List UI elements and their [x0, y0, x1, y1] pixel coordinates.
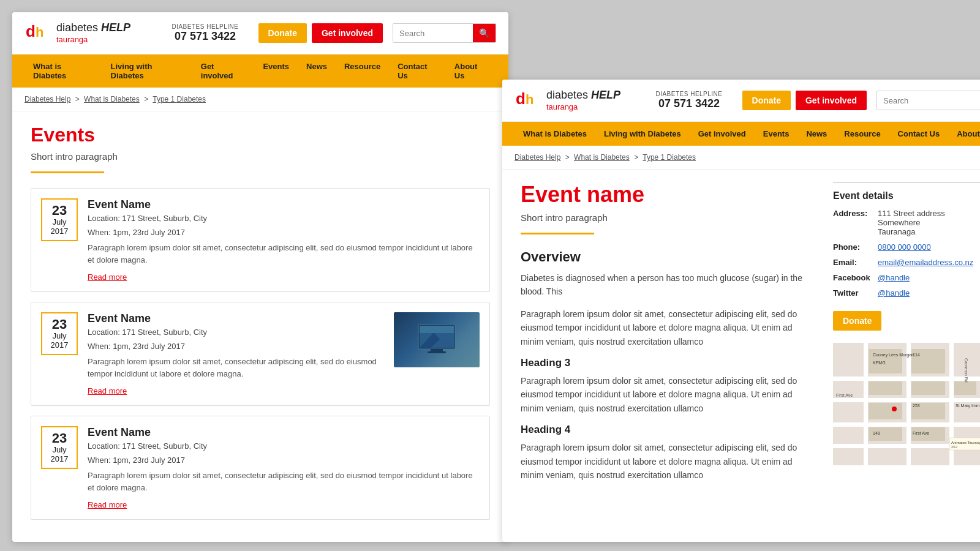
svg-text:d: d — [26, 22, 36, 40]
svg-text:Animates Tauranga: Animates Tauranga — [951, 441, 980, 444]
screen-event-detail: d h diabetes HELP tauranga DIABETES HELP… — [502, 80, 980, 542]
event-location-1: Location: 171 Street, Suburb, City — [88, 214, 480, 223]
svg-text:KPMG: KPMG — [873, 361, 886, 365]
nav2-living-with-diabetes[interactable]: Living with Diabetes — [595, 122, 690, 146]
event-body-1: Event Name Location: 171 Street, Suburb,… — [88, 198, 480, 282]
svg-text:262: 262 — [951, 445, 958, 449]
breadcrumb2-what-is-diabetes[interactable]: What is Diabetes — [574, 153, 630, 162]
donate-button-2[interactable]: Donate — [742, 91, 791, 110]
event-year-3: 2017 — [51, 454, 69, 463]
helpline-label-2: DIABETES HELPLINE — [655, 91, 722, 97]
get-involved-button-2[interactable]: Get involved — [796, 91, 867, 110]
nav-what-is-diabetes[interactable]: What is Diabetes — [24, 54, 102, 88]
event-detail-left: Event name Short intro paragraph Overvie… — [521, 182, 815, 490]
event-day-2: 23 — [52, 318, 67, 331]
event-name-2: Event Name — [88, 312, 384, 325]
event-day-1: 23 — [52, 204, 67, 217]
svg-rect-25 — [869, 381, 902, 395]
brand-sub: tauranga — [56, 35, 130, 45]
overview-heading: Overview — [521, 249, 815, 265]
event-when-1: When: 1pm, 23rd July 2017 — [88, 228, 480, 237]
detail-row-phone: Phone: 0800 000 0000 — [833, 242, 980, 252]
para4: Paragraph lorem ipsum dolor sit amet, co… — [521, 441, 815, 482]
helpline-area-2: DIABETES HELPLINE 07 571 3422 — [655, 91, 722, 110]
twitter-value[interactable]: @handle — [878, 288, 910, 298]
event-date-box-2: 23 July 2017 — [41, 312, 78, 355]
read-more-1[interactable]: Read more — [88, 272, 127, 282]
overview-text1: Diabetes is diagnosed when a person has … — [521, 271, 815, 299]
svg-text:148: 148 — [873, 431, 880, 435]
nav-resource[interactable]: Resource — [336, 54, 389, 78]
overview-text2: Paragraph lorem ipsum dolor sit amet, co… — [521, 307, 815, 348]
event-month-2: July — [52, 331, 66, 340]
breadcrumb2-type1[interactable]: Type 1 Diabetes — [643, 153, 696, 162]
breadcrumb-home[interactable]: Diabetes Help — [24, 95, 70, 103]
nav2-get-involved[interactable]: Get involved — [690, 122, 755, 146]
nav2-events[interactable]: Events — [755, 122, 798, 146]
facebook-value[interactable]: @handle — [878, 273, 910, 282]
event-desc-2: Paragraph lorem ipsum dolor sit amet, co… — [88, 356, 384, 380]
breadcrumb-type1[interactable]: Type 1 Diabetes — [153, 95, 206, 103]
nav2-what-is-diabetes[interactable]: What is Diabetes — [514, 122, 595, 146]
nav2-about-us[interactable]: About Us — [948, 122, 980, 146]
svg-rect-19 — [864, 343, 868, 465]
get-involved-button[interactable]: Get involved — [312, 23, 383, 43]
event-location-3: Location: 171 Street, Suburb, City — [88, 441, 480, 451]
svg-text:114: 114 — [913, 353, 920, 357]
site-nav-2: What is Diabetes Living with Diabetes Ge… — [502, 122, 980, 146]
event-detail-sidebar: Event details Address: 111 Street addres… — [833, 182, 980, 490]
event-details-title: Event details — [833, 190, 980, 201]
sidebar-donate-button[interactable]: Donate — [833, 311, 881, 331]
donate-button[interactable]: Donate — [258, 23, 307, 43]
svg-rect-10 — [420, 326, 454, 333]
svg-rect-26 — [911, 381, 945, 395]
brand-sub-2: tauranga — [546, 102, 620, 112]
search-area-2: 🔍 — [876, 91, 980, 110]
svg-rect-20 — [907, 343, 911, 465]
svg-rect-28 — [869, 403, 902, 419]
event-body-3: Event Name Location: 171 Street, Suburb,… — [88, 426, 480, 509]
twitter-label: Twitter — [833, 288, 873, 298]
site-header: d h diabetes HELP tauranga DIABETES HELP… — [12, 12, 508, 54]
phone-value[interactable]: 0800 000 0000 — [878, 242, 931, 252]
event-desc-3: Paragraph lorem ipsum dolor sit amet, co… — [88, 470, 480, 493]
event-image-2 — [394, 312, 480, 367]
read-more-3[interactable]: Read more — [88, 500, 127, 509]
nav-living-with-diabetes[interactable]: Living with Diabetes — [102, 54, 192, 88]
site-nav: What is Diabetes Living with Diabetes Ge… — [12, 54, 508, 88]
search-input[interactable] — [393, 24, 473, 42]
email-value[interactable]: email@emailaddress.co.nz — [878, 258, 973, 267]
monitor-svg — [412, 321, 461, 358]
event-when-2: When: 1pm, 23rd July 2017 — [88, 342, 384, 351]
read-more-2[interactable]: Read more — [88, 386, 127, 395]
heading4: Heading 4 — [521, 424, 815, 436]
nav-contact-us[interactable]: Contact Us — [389, 54, 446, 88]
screen-events-list: d h diabetes HELP tauranga DIABETES HELP… — [12, 12, 508, 542]
breadcrumb2-home[interactable]: Diabetes Help — [514, 153, 560, 162]
breadcrumb-what-is-diabetes[interactable]: What is Diabetes — [84, 95, 140, 103]
header-buttons: Donate Get involved 🔍 — [258, 23, 496, 43]
event-card-3: 23 July 2017 Event Name Location: 171 St… — [31, 416, 490, 520]
facebook-label: Facebook — [833, 273, 873, 282]
brand-name-2: diabetes HELP — [546, 89, 620, 101]
nav2-contact-us[interactable]: Contact Us — [889, 122, 949, 146]
search-input-2[interactable] — [877, 92, 980, 110]
search-button[interactable]: 🔍 — [473, 24, 496, 42]
divider-2 — [521, 233, 594, 234]
nav-events[interactable]: Events — [254, 54, 298, 78]
nav2-news[interactable]: News — [797, 122, 835, 146]
event-desc-1: Paragraph lorem ipsum dolor sit amet, co… — [88, 242, 480, 266]
nav-about-us[interactable]: About Us — [446, 54, 496, 88]
nav2-resource[interactable]: Resource — [835, 122, 889, 146]
svg-text:253: 253 — [913, 403, 920, 408]
phone-label: Phone: — [833, 242, 873, 252]
search-area: 🔍 — [393, 23, 496, 43]
event-detail-title: Event name — [521, 182, 815, 208]
nav-get-involved[interactable]: Get involved — [192, 54, 255, 88]
event-day-3: 23 — [52, 432, 67, 445]
nav-news[interactable]: News — [298, 54, 336, 78]
svg-text:h: h — [36, 24, 43, 40]
site-header-2: d h diabetes HELP tauranga DIABETES HELP… — [502, 80, 980, 122]
event-date-box-1: 23 July 2017 — [41, 198, 78, 241]
breadcrumb-2: Diabetes Help > What is Diabetes > Type … — [502, 146, 980, 170]
